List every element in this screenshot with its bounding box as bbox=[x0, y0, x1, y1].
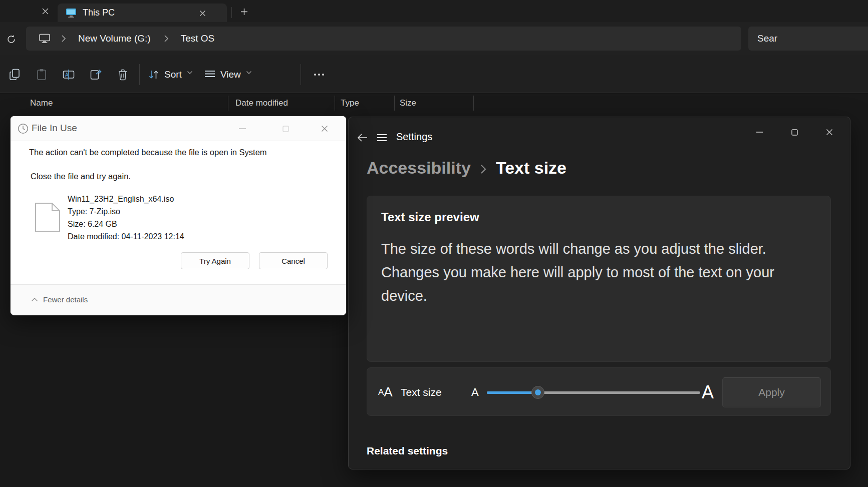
hamburger-menu-icon[interactable] bbox=[374, 130, 390, 145]
rename-icon[interactable]: A bbox=[61, 67, 76, 82]
text-size-slider[interactable] bbox=[487, 389, 700, 396]
preview-card-body: The size of these words will change as y… bbox=[381, 237, 821, 308]
breadcrumb-folder[interactable]: Test OS bbox=[181, 33, 215, 44]
fewer-details-label: Fewer details bbox=[43, 295, 88, 304]
new-tab-button[interactable] bbox=[237, 5, 250, 18]
explorer-tab-strip: This PC bbox=[0, 0, 868, 22]
dialog-message: The action can't be completed because th… bbox=[29, 148, 267, 157]
slider-fill bbox=[487, 391, 531, 394]
clock-icon bbox=[18, 123, 29, 134]
text-size-icon-big-a: A bbox=[384, 384, 392, 400]
address-bar[interactable]: New Volume (G:) Test OS bbox=[26, 27, 741, 51]
close-icon[interactable] bbox=[317, 122, 332, 136]
page-breadcrumb: Accessibility Text size bbox=[367, 158, 566, 178]
file-info: Win11_23H2_English_x64.iso Type: 7-Zip.i… bbox=[68, 193, 184, 243]
chevron-down-icon bbox=[187, 71, 193, 75]
refresh-icon[interactable] bbox=[3, 32, 19, 46]
column-divider[interactable] bbox=[473, 96, 474, 111]
dialog-instruction: Close the file and try again. bbox=[31, 172, 131, 181]
search-input[interactable]: Sear bbox=[748, 27, 868, 51]
explorer-address-row: New Volume (G:) Test OS Sear bbox=[0, 22, 868, 55]
toolbar-divider bbox=[301, 64, 301, 85]
tab-divider bbox=[231, 7, 232, 18]
back-arrow-icon[interactable] bbox=[355, 130, 371, 145]
settings-window-title: Settings bbox=[396, 131, 432, 143]
close-icon[interactable] bbox=[818, 124, 840, 140]
paste-icon[interactable] bbox=[34, 67, 49, 82]
column-header-date[interactable]: Date modified bbox=[235, 98, 288, 108]
text-size-icon-small-a: A bbox=[378, 387, 384, 397]
minimize-icon[interactable] bbox=[235, 122, 250, 136]
file-name: Win11_23H2_English_x64.iso bbox=[68, 193, 184, 205]
fewer-details-toggle[interactable]: Fewer details bbox=[31, 295, 88, 304]
this-pc-monitor-icon bbox=[39, 34, 50, 44]
chevron-down-icon bbox=[246, 71, 252, 75]
explorer-toolbar: A Sort View bbox=[0, 55, 868, 93]
maximize-icon[interactable] bbox=[783, 124, 805, 140]
this-pc-icon bbox=[66, 8, 77, 18]
screen: This PC New Volume (G:) Test OS bbox=[0, 0, 868, 487]
dialog-titlebar[interactable]: File In Use bbox=[11, 116, 346, 141]
slider-min-label: A bbox=[471, 368, 479, 416]
maximize-icon[interactable] bbox=[278, 122, 293, 136]
sort-icon bbox=[148, 70, 159, 80]
settings-window: Settings Accessibility Text size Text si… bbox=[348, 117, 850, 469]
view-button[interactable]: View bbox=[204, 65, 252, 84]
text-size-row-card: AA Text size A A Apply bbox=[367, 367, 831, 416]
toolbar-divider bbox=[139, 64, 140, 85]
file-in-use-dialog: File In Use The action can't be complete… bbox=[10, 116, 347, 315]
share-icon[interactable] bbox=[88, 67, 103, 82]
file-size: Size: 6.24 GB bbox=[68, 218, 184, 230]
view-label: View bbox=[220, 69, 241, 80]
file-modified: Date modified: 04-11-2023 12:14 bbox=[68, 230, 184, 243]
page-title: Text size bbox=[496, 158, 566, 178]
copy-icon[interactable] bbox=[7, 67, 22, 82]
try-again-button[interactable]: Try Again bbox=[181, 252, 249, 269]
column-divider[interactable] bbox=[335, 96, 335, 111]
column-divider[interactable] bbox=[394, 96, 395, 111]
sort-button[interactable]: Sort bbox=[148, 65, 193, 84]
window-close-icon[interactable] bbox=[38, 4, 52, 18]
tab-title: This PC bbox=[83, 8, 115, 18]
dialog-title: File In Use bbox=[32, 123, 77, 134]
column-header-name[interactable]: Name bbox=[30, 98, 53, 108]
tab-this-pc[interactable]: This PC bbox=[58, 4, 227, 22]
search-text: Sear bbox=[757, 33, 777, 44]
text-size-icon: AA bbox=[378, 368, 393, 416]
column-header-type[interactable]: Type bbox=[341, 98, 359, 108]
sort-label: Sort bbox=[164, 69, 182, 80]
breadcrumb-chevron-icon[interactable] bbox=[61, 35, 66, 43]
slider-max-label: A bbox=[702, 368, 714, 416]
tab-close-icon[interactable] bbox=[197, 8, 208, 19]
view-list-icon bbox=[204, 70, 215, 79]
breadcrumb-accessibility[interactable]: Accessibility bbox=[367, 158, 471, 178]
minimize-icon[interactable] bbox=[748, 124, 770, 140]
file-icon bbox=[35, 202, 61, 232]
file-type: Type: 7-Zip.iso bbox=[68, 205, 184, 218]
column-divider[interactable] bbox=[228, 96, 228, 111]
apply-button[interactable]: Apply bbox=[722, 377, 821, 407]
text-size-preview-card: Text size preview The size of these word… bbox=[367, 196, 831, 362]
delete-icon[interactable] bbox=[115, 67, 130, 82]
cancel-button[interactable]: Cancel bbox=[259, 252, 328, 269]
column-header-size[interactable]: Size bbox=[400, 98, 416, 108]
column-headers: Name Date modified Type Size bbox=[0, 94, 868, 114]
svg-text:A: A bbox=[65, 72, 69, 78]
chevron-up-icon bbox=[31, 297, 38, 302]
chevron-right-icon bbox=[480, 163, 487, 175]
breadcrumb-chevron-icon[interactable] bbox=[164, 35, 169, 43]
more-options-icon[interactable] bbox=[312, 67, 327, 82]
preview-card-title: Text size preview bbox=[381, 210, 479, 224]
dialog-footer: Fewer details bbox=[11, 284, 346, 315]
related-settings-heading: Related settings bbox=[367, 445, 448, 457]
slider-thumb[interactable] bbox=[531, 386, 544, 399]
breadcrumb-drive[interactable]: New Volume (G:) bbox=[78, 33, 151, 44]
text-size-label: Text size bbox=[401, 368, 442, 416]
